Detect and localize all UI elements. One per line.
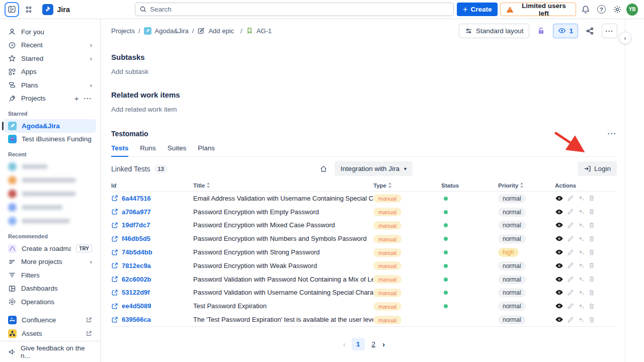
brand[interactable]: Jira <box>42 4 70 15</box>
page-2-button[interactable]: 2 <box>371 338 377 350</box>
sidebar-toggle-button[interactable] <box>5 3 19 17</box>
more-actions-button[interactable]: ··· <box>602 24 617 38</box>
login-button[interactable]: Login <box>578 161 617 176</box>
ai-sparkles-button[interactable] <box>578 222 585 229</box>
recent-project-blurred[interactable] <box>4 160 96 173</box>
test-id-link[interactable]: 74b5d4bb <box>122 248 152 256</box>
ai-sparkles-button[interactable] <box>578 316 585 323</box>
unlock-button[interactable] <box>534 24 548 38</box>
add-related-item-link[interactable]: Add related work item <box>111 106 617 113</box>
delete-test-button[interactable] <box>588 303 595 310</box>
sidebar-item-confluence[interactable]: Confluence <box>4 314 96 327</box>
share-button[interactable] <box>583 24 597 38</box>
ai-sparkles-button[interactable] <box>578 235 585 242</box>
page-1-button[interactable]: 1 <box>352 338 365 350</box>
ai-sparkles-button[interactable] <box>578 303 585 310</box>
sidebar-item-projects[interactable]: Projects + ··· <box>4 92 96 106</box>
create-button[interactable]: + Create <box>457 3 498 16</box>
edit-test-button[interactable] <box>567 303 574 310</box>
view-test-button[interactable] <box>555 221 564 229</box>
col-priority[interactable]: Priority <box>498 183 555 189</box>
recent-project-blurred[interactable] <box>4 201 96 214</box>
home-icon[interactable] <box>319 165 328 173</box>
test-id-link[interactable]: 7812ec9a <box>122 262 151 269</box>
add-project-icon[interactable]: + <box>74 94 79 103</box>
edit-test-button[interactable] <box>567 222 574 229</box>
app-switcher-button[interactable] <box>22 3 35 17</box>
delete-test-button[interactable] <box>588 249 595 256</box>
watchers-chip[interactable]: 1 <box>553 24 578 38</box>
tab-runs[interactable]: Runs <box>140 144 156 156</box>
edit-test-button[interactable] <box>567 208 574 215</box>
search-input[interactable] <box>150 6 449 13</box>
edit-test-button[interactable] <box>567 249 574 256</box>
edit-test-button[interactable] <box>567 289 574 296</box>
next-page-button[interactable]: › <box>382 340 385 348</box>
view-test-button[interactable] <box>555 248 564 256</box>
sidebar-item-apps[interactable]: Apps <box>4 65 96 79</box>
test-id-link[interactable]: 6a447516 <box>122 195 151 202</box>
col-type[interactable]: Type <box>373 183 441 189</box>
delete-test-button[interactable] <box>588 222 595 229</box>
sidebar-item-assets[interactable]: Assets <box>4 327 96 340</box>
sidebar-item-plans[interactable]: Plans › <box>4 78 96 92</box>
sidebar-project-test-ibusiness[interactable]: Test iBusiness Funding <box>4 133 96 146</box>
tab-plans[interactable]: Plans <box>198 144 215 156</box>
delete-test-button[interactable] <box>588 195 595 202</box>
delete-test-button[interactable] <box>588 276 595 283</box>
view-test-button[interactable] <box>555 208 564 216</box>
delete-test-button[interactable] <box>588 208 595 215</box>
layout-button[interactable]: Standard layout <box>459 24 530 38</box>
edit-test-button[interactable] <box>567 195 574 202</box>
sidebar-item-filters[interactable]: Filters <box>4 268 96 282</box>
col-id[interactable]: Id <box>111 183 193 189</box>
test-id-link[interactable]: 19df7dc7 <box>122 221 150 229</box>
test-id-link[interactable]: 53122d9f <box>122 289 150 296</box>
sidebar-item-create-roadmap[interactable]: Create a roadmap TRY <box>4 242 96 255</box>
breadcrumb-projects[interactable]: Projects <box>111 27 135 35</box>
ai-sparkles-button[interactable] <box>578 208 585 215</box>
testomatio-more-button[interactable]: ··· <box>608 130 617 138</box>
project-selector-dropdown[interactable]: Integration with Jira ▾ <box>335 161 413 176</box>
ai-sparkles-button[interactable] <box>578 195 585 202</box>
breadcrumb-issue-key[interactable]: AG-1 <box>257 27 272 35</box>
ai-sparkles-button[interactable] <box>578 262 585 269</box>
delete-test-button[interactable] <box>588 262 595 269</box>
add-subtask-link[interactable]: Add subtask <box>111 68 617 75</box>
recent-project-blurred[interactable] <box>4 187 96 201</box>
help-button[interactable]: ? <box>595 3 608 17</box>
view-test-button[interactable] <box>555 315 564 324</box>
ai-sparkles-button[interactable] <box>578 249 585 256</box>
test-id-link[interactable]: f46db5d5 <box>122 235 150 242</box>
sidebar-item-operations[interactable]: Operations <box>4 295 96 309</box>
test-id-link[interactable]: 639566ca <box>122 316 151 323</box>
delete-test-button[interactable] <box>588 235 595 242</box>
prev-page-button[interactable]: ‹ <box>343 340 346 348</box>
view-test-button[interactable] <box>555 261 564 270</box>
global-search[interactable] <box>135 3 454 16</box>
col-actions[interactable]: Actions <box>555 183 617 189</box>
tab-tests[interactable]: Tests <box>111 144 128 157</box>
view-test-button[interactable] <box>555 288 564 297</box>
settings-button[interactable] <box>611 3 624 17</box>
delete-test-button[interactable] <box>588 289 595 296</box>
collapse-right-panel-button[interactable]: ‹ <box>619 32 631 44</box>
user-avatar[interactable]: YB <box>626 4 638 16</box>
col-status[interactable]: Status <box>441 183 498 189</box>
view-test-button[interactable] <box>555 194 564 203</box>
col-title[interactable]: Title <box>193 183 373 189</box>
sidebar-item-dashboards[interactable]: Dashboards <box>4 282 96 296</box>
sidebar-item-recent[interactable]: Recent › <box>4 39 96 52</box>
feedback-link[interactable]: Give feedback on the n... <box>0 341 100 362</box>
edit-test-button[interactable] <box>567 276 574 283</box>
notifications-button[interactable] <box>579 3 592 17</box>
ai-sparkles-button[interactable] <box>578 289 585 296</box>
test-id-link[interactable]: ee4d5089 <box>122 302 151 310</box>
sidebar-project-agoda-jira[interactable]: Agoda&Jira <box>4 119 96 133</box>
edit-test-button[interactable] <box>567 316 574 323</box>
ai-sparkles-button[interactable] <box>578 276 585 283</box>
test-id-link[interactable]: 62c6002b <box>122 276 151 283</box>
edit-test-button[interactable] <box>567 262 574 269</box>
tab-suites[interactable]: Suites <box>168 144 187 156</box>
test-id-link[interactable]: a706a977 <box>122 208 151 216</box>
